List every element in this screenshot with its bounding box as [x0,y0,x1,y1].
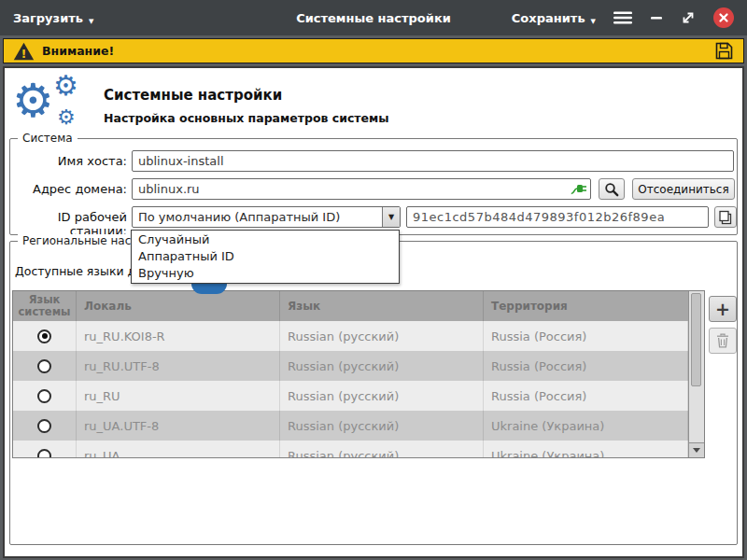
locale-radio[interactable] [37,419,51,433]
save-file-button[interactable] [714,41,734,61]
table-row[interactable]: ru_RU Russian (русский) Russia (Россия) [13,381,688,411]
available-languages-label: Доступные языки для [15,264,150,278]
table-row[interactable]: ru_UA.UTF-8 Russian (русский) Ukraine (У… [13,411,688,441]
scroll-down-button[interactable] [689,442,704,457]
search-icon [604,182,619,197]
disconnect-label: Отсоединиться [638,183,728,196]
locale-radio[interactable] [37,389,51,403]
locale-cell: ru_RU.UTF-8 [77,351,280,381]
maximize-icon [681,10,696,25]
domain-label: Адрес домена: [10,182,127,196]
dropdown-option[interactable]: Вручную [132,265,399,282]
column-header-language: Язык [280,291,484,321]
station-id-mode-value: По умолчанию (Аппаратный ID) [138,210,340,224]
titlebar-controls: Сохранить [512,7,734,28]
chevron-down-icon [591,11,596,25]
station-id-mode-dropdown: СлучайныйАппаратный IDВручную [131,230,400,284]
language-cell: Russian (русский) [280,441,484,458]
gears-logo-icon [10,76,96,133]
locale-radio[interactable] [37,449,51,459]
delete-locale-button[interactable] [709,328,737,354]
search-domain-button[interactable] [599,178,625,200]
locale-cell: ru_UA [77,441,280,458]
table-row[interactable]: ru_UA Russian (русский) Ukraine (Украина… [13,441,688,458]
dropdown-option[interactable]: Случайный [132,231,399,248]
save-menu-label: Сохранить [512,11,585,25]
page-title: Системные настройки [104,87,282,104]
territory-cell: Russia (Россия) [484,321,688,351]
menu-button[interactable] [613,11,632,24]
locale-radio[interactable] [37,329,51,343]
locale-radio[interactable] [37,359,51,373]
language-cell: Russian (русский) [280,351,484,381]
load-menu-button[interactable]: Загрузить [13,11,93,25]
locales-table: Язык системы Локаль Язык Территория ru_R… [12,290,705,458]
trash-icon [716,333,729,348]
table-header-row: Язык системы Локаль Язык Территория [13,291,688,321]
table-row[interactable]: ru_RU.KOI8-R Russian (русский) Russia (Р… [13,321,688,351]
close-button[interactable] [713,7,734,28]
titlebar: Загрузить Системные настройки Сохранить [0,0,747,35]
station-id-mode-select[interactable]: По умолчанию (Аппаратный ID) [132,206,401,228]
copy-icon [718,210,733,225]
table-row[interactable]: ru_RU.UTF-8 Russian (русский) Russia (Ро… [13,351,688,381]
dropdown-option[interactable]: Аппаратный ID [132,248,399,265]
settings-panel: Системные настройки Настройка основных п… [3,66,744,558]
vertical-scrollbar[interactable] [688,291,704,457]
connect-status-icon [571,181,587,197]
warning-icon: ! [13,42,35,61]
locale-cell: ru_RU.KOI8-R [77,321,280,351]
chevron-down-icon[interactable] [382,207,400,227]
language-cell: Russian (русский) [280,411,484,441]
system-legend: Система [18,132,78,145]
column-header-territory: Территория [484,291,688,321]
domain-input[interactable] [132,178,591,200]
territory-cell: Ukraine (Украина) [484,441,688,458]
maximize-button[interactable] [681,10,696,25]
table-body: ru_RU.KOI8-R Russian (русский) Russia (Р… [13,321,688,458]
disconnect-button[interactable]: Отсоединиться [632,178,735,200]
column-header-system-language: Язык системы [13,291,77,321]
hamburger-icon [613,11,632,24]
page-subtitle: Настройка основных параметров системы [104,111,389,125]
territory-cell: Russia (Россия) [484,351,688,381]
minimize-button[interactable] [650,11,663,24]
hostname-label: Имя хоста: [10,154,127,168]
locale-cell: ru_RU [77,381,280,411]
close-icon [718,12,729,23]
regional-groupbox: Региональные настройки Доступные языки д… [9,241,738,545]
territory-cell: Ukraine (Украина) [484,411,688,441]
add-locale-button[interactable] [709,296,737,322]
floppy-icon [714,41,734,61]
column-header-locale: Локаль [77,291,280,321]
locale-cell: ru_UA.UTF-8 [77,411,280,441]
save-menu-button[interactable]: Сохранить [512,11,596,25]
minimize-icon [650,11,663,24]
page-header: Системные настройки Настройка основных п… [10,76,720,133]
copy-id-button[interactable] [714,206,737,228]
chevron-down-icon [89,11,93,25]
warning-label: Внимание! [42,44,114,58]
language-cell: Russian (русский) [280,381,484,411]
language-cell: Russian (русский) [280,321,484,351]
system-groupbox: Система Имя хоста: Адрес домена: Отсоеди… [9,138,738,235]
station-id-input[interactable] [406,206,709,228]
svg-text:!: ! [21,46,27,60]
hostname-input[interactable] [132,150,734,172]
load-menu-label: Загрузить [13,11,83,25]
territory-cell: Russia (Россия) [484,381,688,411]
scrollbar-thumb[interactable] [691,293,701,386]
warning-bar: ! Внимание! [3,38,744,63]
